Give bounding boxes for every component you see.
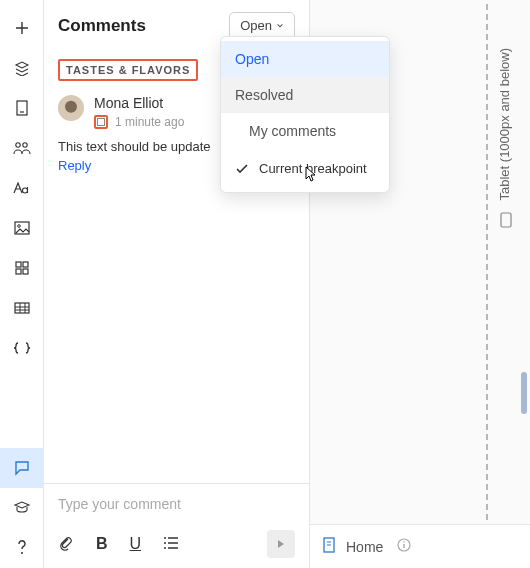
svg-point-12 [164,542,166,544]
layers-icon[interactable] [0,48,44,88]
svg-rect-14 [501,213,511,227]
page-type-icon [322,537,336,556]
bold-icon[interactable]: B [96,535,108,553]
svg-rect-7 [16,269,21,274]
svg-point-13 [164,547,166,549]
comments-icon[interactable] [0,448,44,488]
svg-rect-5 [16,262,21,267]
svg-point-1 [15,143,19,147]
attach-icon[interactable] [58,535,74,554]
breakpoint-label: Tablet (1000px and below) [497,48,512,201]
typography-icon[interactable] [0,168,44,208]
svg-point-17 [404,541,406,543]
dropdown-item-open[interactable]: Open [221,41,389,77]
page-icon[interactable] [0,88,44,128]
send-button[interactable] [267,530,295,558]
breakpoint-indicator-icon [94,115,108,129]
cursor-icon [300,166,318,191]
left-rail [0,0,44,568]
list-icon[interactable] [163,536,179,553]
panel-title: Comments [58,16,229,36]
users-icon[interactable] [0,128,44,168]
scrollbar-thumb[interactable] [521,372,527,414]
svg-rect-8 [23,269,28,274]
svg-point-11 [164,537,166,539]
page-name[interactable]: Home [346,539,383,555]
image-icon[interactable] [0,208,44,248]
chevron-down-icon [276,22,284,30]
svg-rect-0 [17,101,27,115]
tablet-icon [500,212,512,231]
filter-button-label: Open [240,18,272,33]
bottom-bar: Home [310,524,530,568]
svg-rect-9 [15,303,29,313]
help-icon[interactable] [0,528,44,568]
add-icon[interactable] [0,8,44,48]
svg-point-10 [21,552,23,554]
comment-input[interactable] [58,496,295,512]
info-icon[interactable] [397,538,411,555]
reply-link[interactable]: Reply [58,158,91,173]
table-icon[interactable] [0,288,44,328]
composer: B U [44,483,309,568]
breakpoint-guide [486,4,488,520]
svg-rect-6 [23,262,28,267]
code-icon[interactable] [0,328,44,368]
thread-section-label: TASTES & FLAVORS [58,59,198,81]
svg-point-4 [17,225,20,228]
check-icon [235,164,249,174]
svg-point-2 [22,143,26,147]
underline-icon[interactable]: U [130,535,142,553]
dropdown-item-resolved[interactable]: Resolved [221,77,389,113]
avatar [58,95,84,121]
dropdown-item-my-comments[interactable]: My comments [221,113,389,149]
filter-button[interactable]: Open [229,12,295,39]
learn-icon[interactable] [0,488,44,528]
grid-icon[interactable] [0,248,44,288]
comment-timestamp: 1 minute ago [115,115,184,129]
